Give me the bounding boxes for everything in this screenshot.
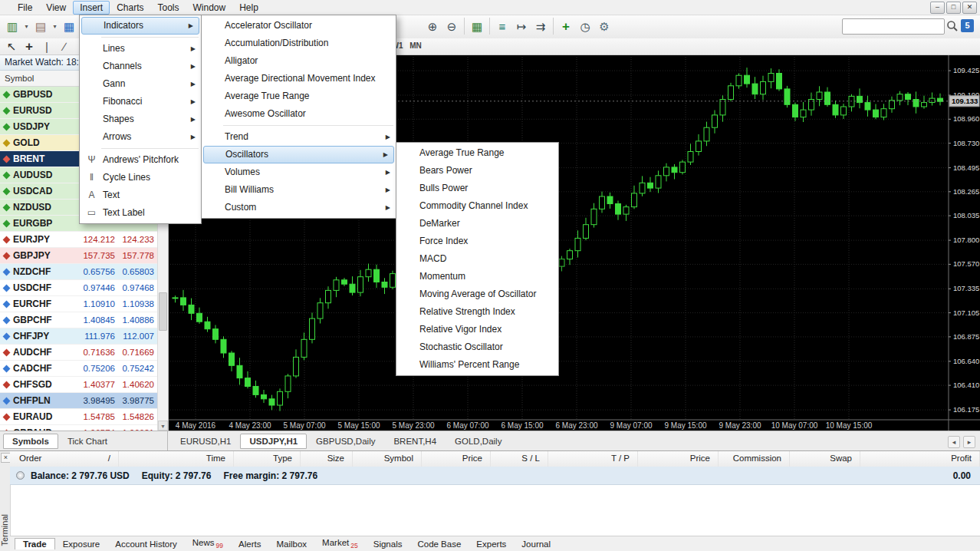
dropdown-caret-icon[interactable]: ▾ <box>22 17 31 35</box>
menu-item-text[interactable]: AText <box>80 186 201 204</box>
tile-windows-button[interactable]: ▦ <box>468 17 486 35</box>
chart-tab-brent-h4[interactable]: BRENT,H4 <box>384 434 446 449</box>
terminal-column-s-l[interactable]: S / L <box>491 451 548 467</box>
chart-tab-gbpusd-daily[interactable]: GBPUSD,Daily <box>307 434 384 449</box>
mql5-community-button[interactable]: 5 <box>961 19 974 32</box>
terminal-column-price[interactable]: Price <box>638 451 719 467</box>
terminal-tab-trade[interactable]: Trade <box>15 538 55 549</box>
menu-item-average-true-range[interactable]: Average True Range <box>202 87 396 105</box>
tab-tick-chart[interactable]: Tick Chart <box>58 434 117 449</box>
indicators-list-button[interactable]: ≡ <box>493 17 511 35</box>
terminal-column-size[interactable]: Size <box>301 451 353 467</box>
terminal-tab-exposure[interactable]: Exposure <box>55 539 108 549</box>
menu-item-stochastic-oscillator[interactable]: Stochastic Oscillator <box>396 338 558 356</box>
terminal-tab-account-history[interactable]: Account History <box>107 539 185 549</box>
menu-insert[interactable]: Insert <box>73 1 110 15</box>
dropdown-caret-icon[interactable]: ▾ <box>51 17 59 35</box>
menu-item-commodity-channel-index[interactable]: Commodity Channel Index <box>396 197 558 215</box>
chart-tab-usdjpy-h1[interactable]: USDJPY,H1 <box>240 434 307 449</box>
search-icon[interactable] <box>946 20 959 32</box>
column-header-symbol[interactable]: Symbol <box>0 71 80 86</box>
terminal-tab-code-base[interactable]: Code Base <box>409 539 469 549</box>
tab-symbols[interactable]: Symbols <box>3 434 58 449</box>
auto-scroll-button[interactable]: ↦ <box>512 17 531 35</box>
market-watch-row[interactable]: NZDCHF0.657560.65803 <box>0 264 168 280</box>
zoom-out-button[interactable]: ⊖ <box>442 17 461 35</box>
terminal-tab-market[interactable]: Market25 <box>314 537 366 550</box>
menu-item-trend[interactable]: Trend▶ <box>202 128 396 146</box>
terminal-column-type[interactable]: Type <box>234 451 301 467</box>
terminal-column-swap[interactable]: Swap <box>790 451 860 467</box>
market-watch-row[interactable]: EURAUD1.547851.54826 <box>0 409 168 425</box>
chart-shift-button[interactable]: ⇉ <box>531 17 550 35</box>
crosshair-button[interactable]: + <box>21 38 38 54</box>
menu-window[interactable]: Window <box>186 1 233 15</box>
vertical-line-button[interactable]: | <box>38 38 55 54</box>
market-watch-row[interactable]: EURCHF1.109101.10938 <box>0 296 168 312</box>
menu-item-awesome-oscillator[interactable]: Awesome Oscillator <box>202 105 396 123</box>
terminal-column-symbol[interactable]: Symbol <box>353 451 422 467</box>
menu-item-accelerator-oscillator[interactable]: Accelerator Oscillator <box>202 17 396 35</box>
menu-item-relative-strength-index[interactable]: Relative Strength Index <box>396 303 558 321</box>
menu-item-lines[interactable]: Lines▶ <box>80 40 201 58</box>
menu-item-channels[interactable]: Channels▶ <box>80 58 201 75</box>
terminal-tab-signals[interactable]: Signals <box>366 539 410 549</box>
chart-tabs-scroll-right[interactable]: ▸ <box>963 436 975 448</box>
cursor-button[interactable]: ↖ <box>3 38 20 54</box>
terminal-column-order[interactable]: Order/ <box>10 451 119 467</box>
market-watch-row[interactable]: CHFPLN3.984953.98775 <box>0 393 168 409</box>
menu-item-force-index[interactable]: Force Index <box>396 233 558 250</box>
menu-charts[interactable]: Charts <box>110 1 150 15</box>
close-button[interactable]: ✕ <box>962 2 977 14</box>
terminal-column-commission[interactable]: Commission <box>719 451 790 467</box>
menu-help[interactable]: Help <box>232 1 265 15</box>
chart-tabs-scroll-left[interactable]: ◂ <box>948 436 960 448</box>
menu-item-average-true-range[interactable]: Average True Range <box>396 144 558 162</box>
menu-item-accumulation-distribution[interactable]: Accumulation/Distribution <box>202 35 396 52</box>
menu-item-bulls-power[interactable]: Bulls Power <box>396 180 558 197</box>
terminal-tab-mailbox[interactable]: Mailbox <box>268 539 314 549</box>
terminal-column-t-p[interactable]: T / P <box>548 451 638 467</box>
minimize-button[interactable]: – <box>930 2 945 14</box>
trendline-button[interactable]: ∕ <box>56 38 73 54</box>
scroll-down-icon[interactable]: ▼ <box>158 421 168 431</box>
market-watch-row[interactable]: AUDCHF0.716360.71669 <box>0 345 168 361</box>
menu-item-bill-williams[interactable]: Bill Williams▶ <box>202 181 396 199</box>
market-watch-row[interactable]: EURJPY124.212124.233 <box>0 232 168 248</box>
period-mn-button[interactable]: MN <box>406 39 425 53</box>
menu-item-indicators[interactable]: Indicators▶ <box>81 17 199 35</box>
menu-view[interactable]: View <box>39 1 73 15</box>
menu-item-text-label[interactable]: ▭Text Label <box>80 204 201 222</box>
menu-item-volumes[interactable]: Volumes▶ <box>202 163 396 181</box>
terminal-tab-journal[interactable]: Journal <box>514 539 558 549</box>
menu-item-fibonacci[interactable]: Fibonacci▶ <box>80 93 201 111</box>
menu-item-relative-vigor-index[interactable]: Relative Vigor Index <box>396 321 558 338</box>
menu-item-demarker[interactable]: DeMarker <box>396 215 558 233</box>
chart-tab-gold-daily[interactable]: GOLD,Daily <box>446 434 511 449</box>
chart-tab-eurusd-h1[interactable]: EURUSD,H1 <box>171 434 240 449</box>
menu-item-shapes[interactable]: Shapes▶ <box>80 111 201 128</box>
scrollbar-thumb[interactable] <box>159 292 167 331</box>
menu-item-cycle-lines[interactable]: ǁCycle Lines <box>80 169 201 186</box>
menu-tools[interactable]: Tools <box>151 1 186 15</box>
new-order-button[interactable]: + <box>557 17 575 35</box>
new-chart-button[interactable]: ▥ <box>3 17 21 35</box>
terminal-tab-experts[interactable]: Experts <box>469 539 514 549</box>
market-watch-row[interactable]: CHFJPY111.976112.007 <box>0 328 168 345</box>
terminal-column-profit[interactable]: Profit <box>860 451 980 467</box>
market-watch-row[interactable]: GBPJPY157.735157.778 <box>0 248 168 264</box>
market-watch-row[interactable]: CADCHF0.752060.75242 <box>0 361 168 377</box>
profiles-button[interactable]: ▤ <box>31 17 50 35</box>
market-watch-row[interactable]: USDCHF0.974460.97468 <box>0 280 168 296</box>
menu-item-custom[interactable]: Custom▶ <box>202 199 396 216</box>
menu-item-andrews-pitchfork[interactable]: ΨAndrews' Pitchfork <box>80 151 201 169</box>
menu-item-moving-average-of-oscillator[interactable]: Moving Average of Oscillator <box>396 285 558 303</box>
chart-settings-button[interactable]: ⚙ <box>595 17 613 35</box>
menu-item-momentum[interactable]: Momentum <box>396 268 558 285</box>
market-watch-button[interactable]: ▦ <box>60 17 78 35</box>
restore-button[interactable]: □ <box>946 2 961 14</box>
market-watch-row[interactable]: GBPAUD1.965741.96621 <box>0 425 168 431</box>
menu-item-gann[interactable]: Gann▶ <box>80 75 201 93</box>
clock-button[interactable]: ◷ <box>576 17 594 35</box>
zoom-in-button[interactable]: ⊕ <box>423 17 442 35</box>
